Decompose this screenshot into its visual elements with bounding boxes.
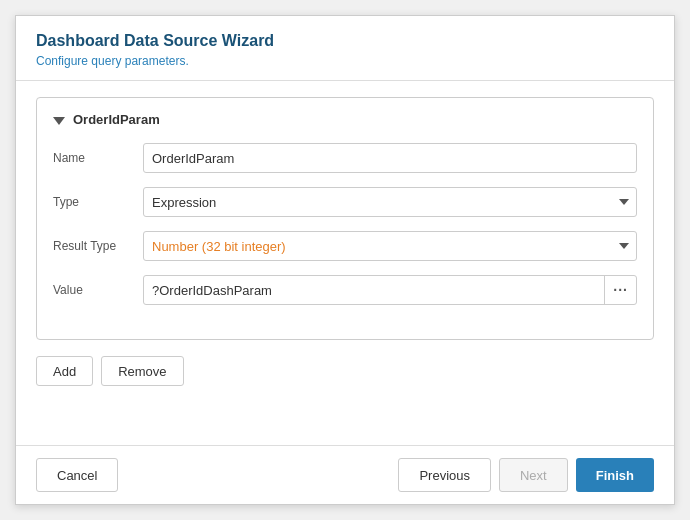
value-row: Value ?OrderIdDashParam ··· xyxy=(53,275,637,305)
result-type-row: Result Type Number (32 bit integer) Stri… xyxy=(53,231,637,261)
type-select[interactable]: Expression Constant List xyxy=(143,187,637,217)
value-label: Value xyxy=(53,283,143,297)
action-buttons: Add Remove xyxy=(36,356,654,386)
result-type-select-wrapper: Number (32 bit integer) String Boolean D… xyxy=(143,231,637,261)
collapse-icon[interactable] xyxy=(53,117,65,125)
type-row: Type Expression Constant List xyxy=(53,187,637,217)
param-section: OrderIdParam Name Type Expression Consta… xyxy=(36,97,654,340)
param-header: OrderIdParam xyxy=(53,112,637,127)
add-button[interactable]: Add xyxy=(36,356,93,386)
next-button[interactable]: Next xyxy=(499,458,568,492)
result-type-label: Result Type xyxy=(53,239,143,253)
finish-button[interactable]: Finish xyxy=(576,458,654,492)
value-text: ?OrderIdDashParam xyxy=(144,279,604,302)
remove-button[interactable]: Remove xyxy=(101,356,183,386)
value-field-wrapper: ?OrderIdDashParam ··· xyxy=(143,275,637,305)
dialog-body: OrderIdParam Name Type Expression Consta… xyxy=(16,81,674,445)
cancel-button[interactable]: Cancel xyxy=(36,458,118,492)
footer-left: Cancel xyxy=(36,458,118,492)
result-type-select[interactable]: Number (32 bit integer) String Boolean D… xyxy=(143,231,637,261)
name-row: Name xyxy=(53,143,637,173)
value-dots-button[interactable]: ··· xyxy=(604,276,636,304)
wizard-dialog: Dashboard Data Source Wizard Configure q… xyxy=(15,15,675,505)
dialog-footer: Cancel Previous Next Finish xyxy=(16,445,674,504)
footer-right: Previous Next Finish xyxy=(398,458,654,492)
name-input[interactable] xyxy=(143,143,637,173)
dialog-title: Dashboard Data Source Wizard xyxy=(36,32,654,50)
previous-button[interactable]: Previous xyxy=(398,458,491,492)
type-label: Type xyxy=(53,195,143,209)
param-name-label: OrderIdParam xyxy=(73,112,160,127)
type-select-wrapper: Expression Constant List xyxy=(143,187,637,217)
dialog-header: Dashboard Data Source Wizard Configure q… xyxy=(16,16,674,81)
dialog-subtitle: Configure query parameters. xyxy=(36,54,654,68)
name-label: Name xyxy=(53,151,143,165)
